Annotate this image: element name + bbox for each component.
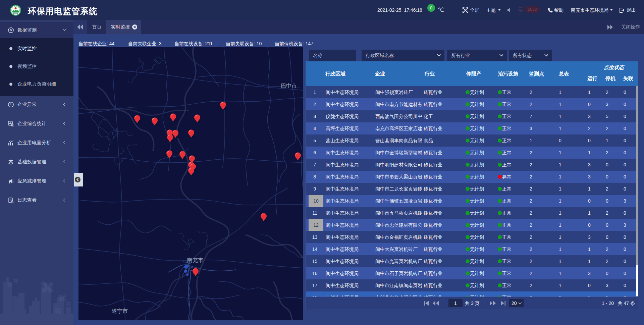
svg-text:遂宁市: 遂宁市 [112, 308, 128, 314]
svg-text:巴中市: 巴中市 [281, 83, 297, 89]
svg-text:南充市: 南充市 [187, 257, 203, 263]
